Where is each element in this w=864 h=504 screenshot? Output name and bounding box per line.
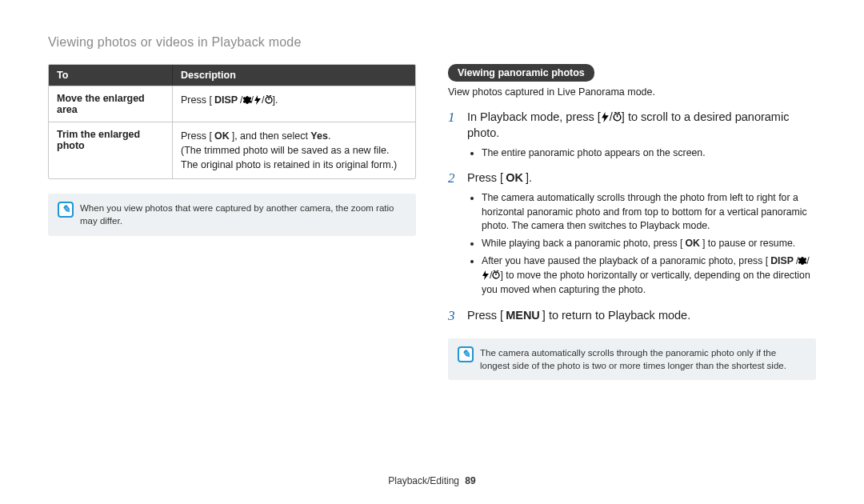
two-column-layout: To Description Move the enlarged area Pr… [48,64,816,380]
ok-icon: OK [503,170,526,186]
menu-icon: MENU [503,307,542,323]
row-description: Press [DISP///]. [173,86,415,122]
col-header-to: To [49,65,173,86]
row-action: Trim the enlarged photo [49,122,173,178]
macro-icon [243,95,251,105]
note-icon: ✎ [458,346,474,362]
step-item: 2 Press [OK]. The camera automatically s… [448,170,816,300]
footer-section: Playback/Editing [388,475,459,486]
text: (The trimmed photo will be saved as a ne… [181,145,397,170]
actions-table: To Description Move the enlarged area Pr… [48,64,416,179]
flash-icon [482,270,490,280]
text: While playing back a panoramic photo, pr… [482,238,683,249]
text: ], and then select [232,130,311,142]
text: Press [ [467,309,503,322]
table-header: To Description [49,65,415,86]
disp-icon: DISP [212,93,240,107]
timer-icon [265,95,273,105]
section-intro: View photos captured in Live Panorama mo… [448,86,816,98]
note-box: ✎ When you view photos that were capture… [48,194,416,235]
step-number: 2 [448,170,459,300]
text: . [328,130,330,142]
step-number: 1 [448,109,459,163]
row-action: Move the enlarged area [49,86,173,122]
sub-item: After you have paused the playback of a … [482,254,816,297]
table-row: Trim the enlarged photo Press [OK], and … [49,122,415,178]
sub-item: While playing back a panoramic photo, pr… [482,237,816,251]
text: ] to pause or resume. [702,238,795,249]
row-description: Press [OK], and then select Yes. (The tr… [173,122,415,178]
sub-item: The camera automatically scrolls through… [482,191,816,234]
note-box: ✎ The camera automatically scrolls throu… [448,338,816,380]
ok-icon: OK [212,129,232,143]
page-title: Viewing photos or videos in Playback mod… [48,35,816,50]
sub-list: The entire panoramic photo appears on th… [467,146,816,161]
note-icon: ✎ [58,202,74,218]
yes-label: Yes [310,130,328,142]
table-row: Move the enlarged area Press [DISP///]. [49,86,415,122]
note-text: When you view photos that were captured … [80,202,406,227]
text: In Playback mode, press [ [467,110,601,123]
step-number: 3 [448,307,459,324]
text-press: Press [ [181,94,212,106]
step-body: Press [OK]. The camera automatically scr… [467,170,816,300]
step-item: 1 In Playback mode, press [/] to scroll … [448,109,816,163]
disp-icon: DISP [768,254,796,269]
text: ]. [273,94,278,106]
text: ] to move the photo horizontally or vert… [482,270,810,295]
flash-icon [254,95,262,105]
macro-icon [798,256,806,266]
flash-icon [601,112,610,122]
sub-item: The entire panoramic photo appears on th… [482,146,816,161]
step-body: In Playback mode, press [/] to scroll to… [467,109,816,163]
left-column: To Description Move the enlarged area Pr… [48,64,416,380]
col-header-description: Description [173,65,415,86]
text: After you have paused the playback of a … [482,255,768,266]
steps-list: 1 In Playback mode, press [/] to scroll … [448,109,816,324]
text: Press [ [181,130,212,142]
page-number: 89 [465,475,475,486]
page: Viewing photos or videos in Playback mod… [0,0,864,504]
page-footer: Playback/Editing 89 [0,475,864,486]
text: Press [ [467,171,503,184]
step-item: 3 Press [MENU] to return to Playback mod… [448,307,816,324]
text: ]. [526,171,532,184]
sub-list: The camera automatically scrolls through… [467,191,816,298]
text: ] to return to Playback mode. [542,309,690,322]
right-column: Viewing panoramic photos View photos cap… [448,64,816,380]
section-pill: Viewing panoramic photos [448,64,594,82]
timer-icon [613,112,622,122]
step-body: Press [MENU] to return to Playback mode. [467,307,816,324]
ok-icon: OK [683,237,702,251]
timer-icon [492,270,500,280]
note-text: The camera automatically scrolls through… [480,346,806,372]
